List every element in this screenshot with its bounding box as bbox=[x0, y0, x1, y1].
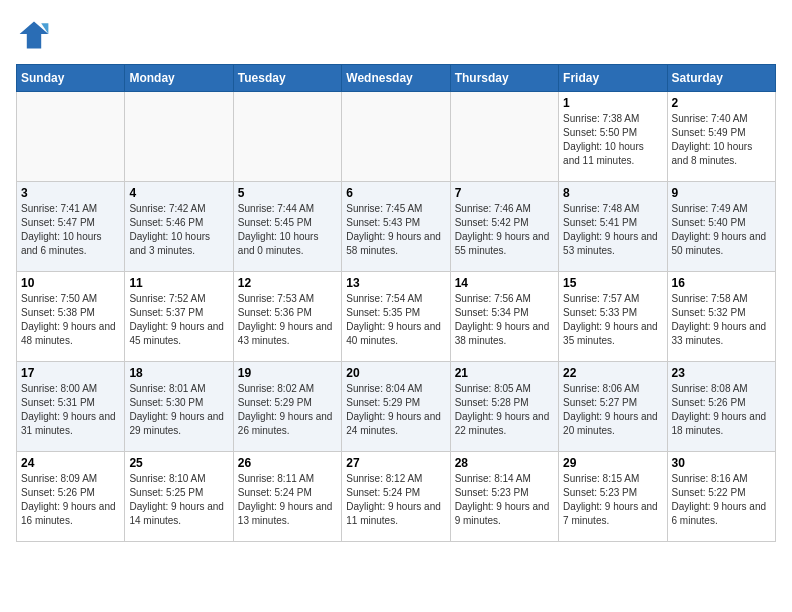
calendar-cell: 19Sunrise: 8:02 AMSunset: 5:29 PMDayligh… bbox=[233, 362, 341, 452]
day-number: 19 bbox=[238, 366, 337, 380]
page-header bbox=[16, 16, 776, 52]
day-info: Sunrise: 7:45 AMSunset: 5:43 PMDaylight:… bbox=[346, 202, 445, 258]
day-number: 17 bbox=[21, 366, 120, 380]
calendar-cell: 27Sunrise: 8:12 AMSunset: 5:24 PMDayligh… bbox=[342, 452, 450, 542]
calendar-cell: 10Sunrise: 7:50 AMSunset: 5:38 PMDayligh… bbox=[17, 272, 125, 362]
day-info: Sunrise: 7:44 AMSunset: 5:45 PMDaylight:… bbox=[238, 202, 337, 258]
day-number: 26 bbox=[238, 456, 337, 470]
day-number: 1 bbox=[563, 96, 662, 110]
calendar-cell: 25Sunrise: 8:10 AMSunset: 5:25 PMDayligh… bbox=[125, 452, 233, 542]
day-info: Sunrise: 7:40 AMSunset: 5:49 PMDaylight:… bbox=[672, 112, 771, 168]
day-info: Sunrise: 7:41 AMSunset: 5:47 PMDaylight:… bbox=[21, 202, 120, 258]
weekday-header-thursday: Thursday bbox=[450, 65, 558, 92]
calendar-week-row: 3Sunrise: 7:41 AMSunset: 5:47 PMDaylight… bbox=[17, 182, 776, 272]
day-number: 7 bbox=[455, 186, 554, 200]
day-info: Sunrise: 8:02 AMSunset: 5:29 PMDaylight:… bbox=[238, 382, 337, 438]
calendar-cell: 12Sunrise: 7:53 AMSunset: 5:36 PMDayligh… bbox=[233, 272, 341, 362]
calendar-cell: 24Sunrise: 8:09 AMSunset: 5:26 PMDayligh… bbox=[17, 452, 125, 542]
calendar-cell: 30Sunrise: 8:16 AMSunset: 5:22 PMDayligh… bbox=[667, 452, 775, 542]
calendar-cell bbox=[125, 92, 233, 182]
weekday-header-wednesday: Wednesday bbox=[342, 65, 450, 92]
calendar-cell bbox=[342, 92, 450, 182]
calendar-cell: 8Sunrise: 7:48 AMSunset: 5:41 PMDaylight… bbox=[559, 182, 667, 272]
day-info: Sunrise: 8:09 AMSunset: 5:26 PMDaylight:… bbox=[21, 472, 120, 528]
day-info: Sunrise: 8:16 AMSunset: 5:22 PMDaylight:… bbox=[672, 472, 771, 528]
calendar-cell: 9Sunrise: 7:49 AMSunset: 5:40 PMDaylight… bbox=[667, 182, 775, 272]
weekday-header-friday: Friday bbox=[559, 65, 667, 92]
day-number: 22 bbox=[563, 366, 662, 380]
calendar-cell: 15Sunrise: 7:57 AMSunset: 5:33 PMDayligh… bbox=[559, 272, 667, 362]
calendar-cell bbox=[450, 92, 558, 182]
weekday-header-row: SundayMondayTuesdayWednesdayThursdayFrid… bbox=[17, 65, 776, 92]
calendar-cell: 28Sunrise: 8:14 AMSunset: 5:23 PMDayligh… bbox=[450, 452, 558, 542]
day-number: 20 bbox=[346, 366, 445, 380]
day-info: Sunrise: 7:46 AMSunset: 5:42 PMDaylight:… bbox=[455, 202, 554, 258]
calendar-cell bbox=[17, 92, 125, 182]
day-number: 23 bbox=[672, 366, 771, 380]
day-info: Sunrise: 8:00 AMSunset: 5:31 PMDaylight:… bbox=[21, 382, 120, 438]
day-number: 4 bbox=[129, 186, 228, 200]
day-info: Sunrise: 7:54 AMSunset: 5:35 PMDaylight:… bbox=[346, 292, 445, 348]
calendar-cell: 18Sunrise: 8:01 AMSunset: 5:30 PMDayligh… bbox=[125, 362, 233, 452]
calendar-cell: 16Sunrise: 7:58 AMSunset: 5:32 PMDayligh… bbox=[667, 272, 775, 362]
day-number: 25 bbox=[129, 456, 228, 470]
day-info: Sunrise: 7:38 AMSunset: 5:50 PMDaylight:… bbox=[563, 112, 662, 168]
day-info: Sunrise: 8:15 AMSunset: 5:23 PMDaylight:… bbox=[563, 472, 662, 528]
day-number: 15 bbox=[563, 276, 662, 290]
calendar-cell: 29Sunrise: 8:15 AMSunset: 5:23 PMDayligh… bbox=[559, 452, 667, 542]
calendar-cell: 22Sunrise: 8:06 AMSunset: 5:27 PMDayligh… bbox=[559, 362, 667, 452]
day-info: Sunrise: 8:12 AMSunset: 5:24 PMDaylight:… bbox=[346, 472, 445, 528]
weekday-header-monday: Monday bbox=[125, 65, 233, 92]
day-number: 24 bbox=[21, 456, 120, 470]
calendar-week-row: 10Sunrise: 7:50 AMSunset: 5:38 PMDayligh… bbox=[17, 272, 776, 362]
calendar-cell: 7Sunrise: 7:46 AMSunset: 5:42 PMDaylight… bbox=[450, 182, 558, 272]
day-number: 3 bbox=[21, 186, 120, 200]
day-info: Sunrise: 7:52 AMSunset: 5:37 PMDaylight:… bbox=[129, 292, 228, 348]
day-info: Sunrise: 8:11 AMSunset: 5:24 PMDaylight:… bbox=[238, 472, 337, 528]
calendar-week-row: 1Sunrise: 7:38 AMSunset: 5:50 PMDaylight… bbox=[17, 92, 776, 182]
calendar-cell: 13Sunrise: 7:54 AMSunset: 5:35 PMDayligh… bbox=[342, 272, 450, 362]
calendar-cell: 11Sunrise: 7:52 AMSunset: 5:37 PMDayligh… bbox=[125, 272, 233, 362]
day-info: Sunrise: 7:48 AMSunset: 5:41 PMDaylight:… bbox=[563, 202, 662, 258]
day-number: 16 bbox=[672, 276, 771, 290]
day-number: 10 bbox=[21, 276, 120, 290]
day-info: Sunrise: 8:14 AMSunset: 5:23 PMDaylight:… bbox=[455, 472, 554, 528]
calendar-cell: 3Sunrise: 7:41 AMSunset: 5:47 PMDaylight… bbox=[17, 182, 125, 272]
calendar-cell: 2Sunrise: 7:40 AMSunset: 5:49 PMDaylight… bbox=[667, 92, 775, 182]
day-number: 13 bbox=[346, 276, 445, 290]
day-info: Sunrise: 7:56 AMSunset: 5:34 PMDaylight:… bbox=[455, 292, 554, 348]
day-number: 12 bbox=[238, 276, 337, 290]
calendar-cell bbox=[233, 92, 341, 182]
day-number: 8 bbox=[563, 186, 662, 200]
calendar-cell: 5Sunrise: 7:44 AMSunset: 5:45 PMDaylight… bbox=[233, 182, 341, 272]
calendar-cell: 20Sunrise: 8:04 AMSunset: 5:29 PMDayligh… bbox=[342, 362, 450, 452]
calendar-cell: 6Sunrise: 7:45 AMSunset: 5:43 PMDaylight… bbox=[342, 182, 450, 272]
weekday-header-tuesday: Tuesday bbox=[233, 65, 341, 92]
day-info: Sunrise: 8:08 AMSunset: 5:26 PMDaylight:… bbox=[672, 382, 771, 438]
day-info: Sunrise: 7:49 AMSunset: 5:40 PMDaylight:… bbox=[672, 202, 771, 258]
day-number: 30 bbox=[672, 456, 771, 470]
day-info: Sunrise: 7:57 AMSunset: 5:33 PMDaylight:… bbox=[563, 292, 662, 348]
calendar-cell: 1Sunrise: 7:38 AMSunset: 5:50 PMDaylight… bbox=[559, 92, 667, 182]
day-number: 9 bbox=[672, 186, 771, 200]
calendar-cell: 26Sunrise: 8:11 AMSunset: 5:24 PMDayligh… bbox=[233, 452, 341, 542]
day-info: Sunrise: 7:42 AMSunset: 5:46 PMDaylight:… bbox=[129, 202, 228, 258]
day-info: Sunrise: 7:50 AMSunset: 5:38 PMDaylight:… bbox=[21, 292, 120, 348]
calendar-cell: 21Sunrise: 8:05 AMSunset: 5:28 PMDayligh… bbox=[450, 362, 558, 452]
weekday-header-sunday: Sunday bbox=[17, 65, 125, 92]
day-number: 18 bbox=[129, 366, 228, 380]
day-info: Sunrise: 7:53 AMSunset: 5:36 PMDaylight:… bbox=[238, 292, 337, 348]
day-number: 28 bbox=[455, 456, 554, 470]
day-number: 11 bbox=[129, 276, 228, 290]
day-info: Sunrise: 8:05 AMSunset: 5:28 PMDaylight:… bbox=[455, 382, 554, 438]
calendar-cell: 17Sunrise: 8:00 AMSunset: 5:31 PMDayligh… bbox=[17, 362, 125, 452]
logo-icon bbox=[16, 16, 52, 52]
day-info: Sunrise: 8:04 AMSunset: 5:29 PMDaylight:… bbox=[346, 382, 445, 438]
day-info: Sunrise: 8:01 AMSunset: 5:30 PMDaylight:… bbox=[129, 382, 228, 438]
day-number: 14 bbox=[455, 276, 554, 290]
calendar-cell: 14Sunrise: 7:56 AMSunset: 5:34 PMDayligh… bbox=[450, 272, 558, 362]
day-number: 21 bbox=[455, 366, 554, 380]
calendar-cell: 4Sunrise: 7:42 AMSunset: 5:46 PMDaylight… bbox=[125, 182, 233, 272]
day-number: 2 bbox=[672, 96, 771, 110]
weekday-header-saturday: Saturday bbox=[667, 65, 775, 92]
